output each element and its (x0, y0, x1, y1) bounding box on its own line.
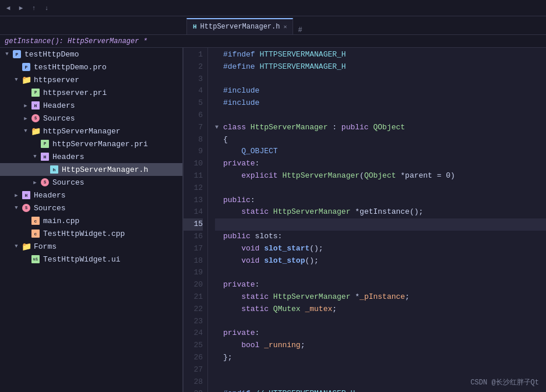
code-line-25: bool _running; (215, 340, 546, 352)
sidebar-item-Sources3[interactable]: SSources (0, 202, 182, 214)
line-number-12: 12 (184, 182, 203, 195)
line-number-25: 25 (184, 340, 203, 352)
tree-label: testHttpDemo (24, 50, 79, 59)
code-line-21: static HttpServerManager *_pInstance; (215, 291, 546, 303)
line-number-16: 16 (184, 231, 203, 243)
tree-icon-sources: S (40, 177, 50, 188)
sidebar-item-httpServerManager-pri[interactable]: PhttpServerManager.pri (0, 137, 182, 150)
tree-label: Sources (34, 204, 66, 213)
line-number-13: 13 (184, 195, 203, 207)
code-line-24: private: (215, 327, 546, 340)
code-line-18: void slot_stop(); (215, 255, 546, 267)
code-line-4: #include (215, 85, 546, 97)
code-line-12 (215, 182, 546, 195)
sidebar: PtestHttpDemoPtestHttpDemo.pro📁httpserve… (0, 48, 184, 392)
line-number-9: 9 (184, 146, 203, 158)
code-line-19 (215, 267, 546, 279)
line-number-21: 21 (184, 291, 203, 303)
tree-label: httpserver.pri (43, 89, 107, 97)
tab-httpservermanager-h[interactable]: H HttpServerManager.h ✕ (186, 18, 293, 34)
sidebar-item-TestHttpWidget-ui[interactable]: uiTestHttpWidget.ui (0, 253, 182, 266)
line-number-11: 11 (184, 170, 203, 182)
tree-arrow (30, 139, 40, 149)
editor[interactable]: 1234567891011121314151617181920212223242… (184, 48, 546, 392)
tree-icon-headers: H (21, 190, 31, 200)
code-line-27 (215, 364, 546, 376)
watermark: CSDN @长沙红胖子Qt (470, 377, 539, 387)
func-class: getInstance(): HttpServerManager * (5, 37, 147, 45)
toolbar-btn-1[interactable]: ◀ (2, 2, 14, 14)
tab-close-icon[interactable]: ✕ (283, 23, 287, 30)
sidebar-item-Headers2[interactable]: HHeaders (0, 150, 182, 163)
tree-icon-sources: S (21, 203, 31, 213)
code-line-26: }; (215, 352, 546, 364)
tree-arrow (21, 229, 30, 238)
sidebar-item-main-cpp[interactable]: cmain.cpp (0, 214, 182, 227)
code-line-17: void slot_start(); (215, 243, 546, 255)
code-line-23 (215, 316, 546, 328)
tree-icon-pro-file: P (21, 62, 31, 72)
toolbar-btn-3[interactable]: ↑ (28, 2, 40, 14)
tree-arrow (21, 255, 30, 264)
tree-label: main.cpp (43, 217, 79, 225)
func-bar: getInstance(): HttpServerManager * (0, 35, 546, 48)
line-number-19: 19 (184, 267, 203, 279)
code-line-7: ▼class HttpServerManager : public QObjec… (215, 122, 546, 134)
line-number-8: 8 (184, 134, 203, 146)
code-line-2: #define HTTPSERVERMANAGER_H (215, 61, 546, 73)
tree-label: TestHttpWidget.ui (43, 255, 121, 264)
sidebar-item-Sources2[interactable]: SSources (0, 176, 182, 189)
sidebar-item-testHttpDemo-pro[interactable]: PtestHttpDemo.pro (0, 61, 182, 73)
tree-arrow (30, 178, 40, 187)
line-number-24: 24 (184, 327, 203, 340)
tree-arrow (12, 203, 21, 213)
line-number-4: 4 (184, 85, 203, 97)
line-number-29: 29 (184, 388, 203, 392)
tab-label: HttpServerManager.h (200, 23, 280, 31)
tab-pin[interactable]: # (298, 26, 302, 34)
tree-arrow (12, 62, 21, 72)
tree-label: TestHttpWidget.cpp (43, 229, 125, 238)
code-line-13: public: (215, 195, 546, 207)
fold-arrow[interactable]: ▼ (215, 123, 223, 132)
tree-icon-pro: P (12, 49, 22, 59)
tree-label: testHttpDemo.pro (34, 63, 107, 72)
toolbar-btn-4[interactable]: ↓ (41, 2, 52, 14)
tree-arrow (21, 101, 30, 110)
code-area[interactable]: #ifndef HTTPSERVERMANAGER_H#define HTTPS… (208, 48, 546, 392)
line-number-2: 2 (184, 61, 203, 73)
sidebar-item-httpServerManager[interactable]: 📁httpServerManager (0, 125, 182, 137)
tree-icon-pri: P (40, 139, 50, 149)
top-toolbar: ◀ ▶ ↑ ↓ (0, 0, 546, 16)
tree-icon-folder: 📁 (21, 75, 31, 85)
tree-icon-headers: H (40, 151, 50, 162)
sidebar-item-Headers3[interactable]: HHeaders (0, 189, 182, 202)
line-number-27: 27 (184, 364, 203, 376)
code-line-1: #ifndef HTTPSERVERMANAGER_H (215, 49, 546, 61)
line-number-22: 22 (184, 303, 203, 316)
sidebar-item-Sources1[interactable]: SSources (0, 112, 182, 125)
code-line-3 (215, 73, 546, 86)
sidebar-item-httpserver[interactable]: 📁httpserver (0, 73, 182, 86)
code-line-8: { (215, 134, 546, 146)
tree-arrow (21, 126, 30, 136)
sidebar-item-testHttpDemo[interactable]: PtestHttpDemo (0, 48, 182, 61)
sidebar-item-HttpServerManager-h[interactable]: hHttpServerManager.h (0, 163, 182, 176)
tree-label: Headers (43, 101, 75, 110)
line-number-18: 18 (184, 255, 203, 267)
tree-icon-forms-folder: 📁 (21, 241, 31, 252)
code-line-14: static HttpServerManager *getInstance(); (215, 206, 546, 218)
tree-label: Headers (34, 191, 66, 200)
sidebar-item-httpserver-pri[interactable]: Phttpserver.pri (0, 86, 182, 99)
toolbar-btn-2[interactable]: ▶ (15, 2, 27, 14)
sidebar-item-TestHttpWidget-cpp[interactable]: cTestHttpWidget.cpp (0, 227, 182, 240)
line-number-7: 7 (184, 122, 203, 134)
sidebar-item-Forms[interactable]: 📁Forms (0, 240, 182, 253)
code-line-22: static QMutex _mutex; (215, 303, 546, 316)
tree-label: HttpServerManager.h (62, 165, 148, 174)
tree-label: Headers (52, 153, 84, 161)
tree-label: Sources (52, 178, 84, 187)
sidebar-item-Headers1[interactable]: HHeaders (0, 99, 182, 112)
tree-label: httpServerManager.pri (52, 140, 148, 149)
code-line-10: private: (215, 158, 546, 170)
